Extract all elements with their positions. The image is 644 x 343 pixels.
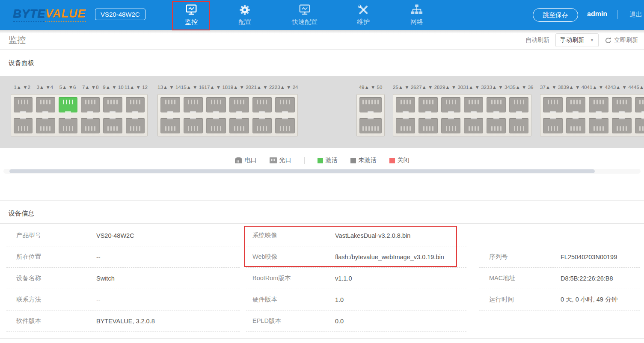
nav-item-monitor[interactable]: 监控 (168, 3, 215, 26)
info-label: 联系方法 (16, 296, 96, 304)
port-30[interactable] (441, 118, 460, 133)
info-row: 序列号FL25040203N00199 (479, 246, 640, 268)
info-row: 软件版本BYTEVALUE, 3.2.0.8 (6, 310, 240, 332)
nav-item-network[interactable]: 网络 (393, 3, 440, 26)
port-2[interactable] (14, 118, 33, 133)
port-group: 37▲ ▼ 3839▲ ▼ 4041▲ ▼ 4243▲ ▼ 4445▲ ▼ 46… (540, 85, 644, 136)
port-46[interactable] (635, 118, 644, 133)
port-group: 49▲ ▼ 50 (356, 85, 385, 136)
port-4[interactable] (36, 118, 55, 133)
info-row: BootRom版本v1.1.0 (246, 268, 466, 289)
port-34[interactable] (487, 118, 506, 133)
port-33[interactable] (487, 97, 506, 112)
port-5[interactable] (59, 97, 77, 112)
port-10[interactable] (103, 118, 122, 133)
port-group: 1▲ ▼23▲ ▼45▲ ▼67▲ ▼89▲ ▼ 1011▲ ▼ 12 (11, 85, 148, 136)
port-16[interactable] (184, 118, 203, 133)
port-44[interactable] (612, 118, 632, 133)
tools-icon (340, 3, 387, 17)
brand-logo-byte: BYTE (13, 7, 45, 22)
logout-button[interactable]: 退出 (629, 11, 642, 19)
refresh-mode-dropdown[interactable]: 手动刷新 ▼ (555, 33, 599, 47)
info-value: -- (96, 254, 101, 260)
port-40[interactable] (566, 118, 586, 133)
port-8[interactable] (81, 118, 100, 133)
legend-state-label: 关闭 (398, 157, 410, 164)
port-39[interactable] (566, 97, 586, 112)
port-group-box (11, 94, 148, 136)
port-7[interactable] (81, 97, 100, 112)
port-32[interactable] (464, 118, 483, 133)
port-17[interactable] (206, 97, 226, 112)
port-38[interactable] (543, 118, 563, 133)
port-49[interactable] (359, 97, 382, 112)
nav-item-config[interactable]: 配置 (221, 3, 268, 26)
port-pair-label: 49▲ ▼ 50 (356, 85, 385, 92)
port-20[interactable] (229, 118, 249, 133)
port-15[interactable] (184, 97, 203, 112)
port-23[interactable] (275, 97, 295, 112)
port-pair-label: 37▲ ▼ 38 (540, 85, 564, 92)
port-13[interactable] (160, 97, 180, 112)
port-28[interactable] (418, 118, 438, 133)
info-row: 系统映像VastLakesDual-v3.2.0.8.bin (246, 225, 466, 246)
port-35[interactable] (509, 97, 528, 112)
info-label: 硬件版本 (252, 296, 335, 304)
port-12[interactable] (126, 118, 145, 133)
port-27[interactable] (418, 97, 438, 112)
info-label: Web映像 (252, 253, 335, 261)
port-50[interactable] (359, 118, 382, 133)
port-25[interactable] (396, 97, 415, 112)
port-pair-label: 31▲ ▼ 32 (463, 85, 487, 92)
panel-scrollbar-track[interactable] (3, 169, 641, 174)
port-37[interactable] (543, 97, 563, 112)
port-42[interactable] (589, 118, 608, 133)
port-group-box (540, 94, 644, 136)
port-19[interactable] (229, 97, 249, 112)
nav-divider (617, 10, 618, 19)
port-18[interactable] (206, 118, 226, 133)
info-label: MAC地址 (489, 274, 561, 282)
port-24[interactable] (275, 118, 295, 133)
port-6[interactable] (59, 118, 77, 133)
info-row: 产品型号VS20-48W2C (6, 225, 240, 246)
port-9[interactable] (103, 97, 122, 112)
legend-copper: 电口 (235, 157, 257, 164)
port-3[interactable] (36, 97, 55, 112)
port-1[interactable] (14, 97, 33, 112)
jump-to-save-button[interactable]: 跳至保存 (533, 8, 578, 22)
nav-item-label: 网络 (393, 18, 440, 26)
port-pair-label: 39▲ ▼ 40 (564, 85, 587, 92)
panel-scrollbar-thumb[interactable] (9, 169, 595, 173)
port-26[interactable] (396, 118, 415, 133)
nav-item-quick-config[interactable]: 快速配置 (281, 3, 328, 26)
port-31[interactable] (464, 97, 483, 112)
info-value: 1.0 (335, 296, 344, 303)
port-41[interactable] (589, 97, 608, 112)
port-11[interactable] (126, 97, 145, 112)
port-pair-label: 21▲ ▼ 22 (251, 85, 275, 92)
port-45[interactable] (635, 97, 644, 112)
fiber-port-icon (270, 157, 277, 163)
legend-state-active: 激活 (318, 157, 338, 164)
port-pair-label: 45▲ ▼ 46 (634, 85, 644, 92)
legend-copper-label: 电口 (245, 157, 257, 164)
port-pair-label: 23▲ ▼ 24 (275, 85, 298, 92)
port-43[interactable] (612, 97, 632, 112)
nav-item-maintenance[interactable]: 维护 (340, 3, 387, 26)
port-group: 13▲ ▼ 1415▲ ▼ 1617▲ ▼ 1819▲ ▼ 2021▲ ▼ 22… (157, 85, 298, 136)
refresh-now-button[interactable]: 立即刷新 (605, 36, 638, 44)
section-divider (0, 200, 644, 201)
port-22[interactable] (252, 118, 272, 133)
info-value: D8:5B:22:26:26:B8 (561, 275, 613, 282)
port-21[interactable] (252, 97, 272, 112)
port-14[interactable] (160, 118, 180, 133)
port-36[interactable] (509, 118, 528, 133)
info-value: VastLakesDual-v3.2.0.8.bin (335, 232, 410, 239)
info-row-empty (479, 225, 640, 246)
port-pair-label: 1▲ ▼2 (11, 85, 33, 92)
refresh-now-label: 立即刷新 (614, 36, 638, 44)
inactive-state-swatch (350, 158, 356, 163)
info-row: 联系方法-- (6, 289, 240, 310)
port-29[interactable] (441, 97, 460, 112)
